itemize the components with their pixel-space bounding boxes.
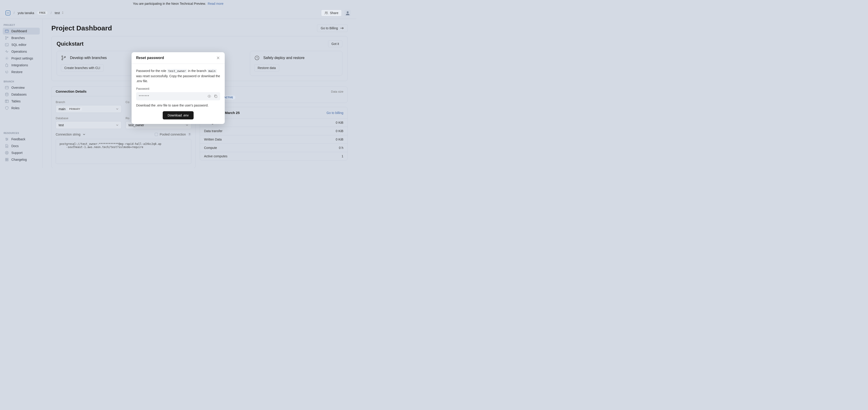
sidebar-item-sql[interactable]: SQL editor xyxy=(3,41,40,48)
sidebar-item-label: Docs xyxy=(11,144,19,148)
close-icon[interactable] xyxy=(216,56,220,60)
usage-row: Written Data0 KiB xyxy=(200,135,347,143)
branch-select[interactable]: main PRIMARY xyxy=(56,105,122,113)
eye-icon[interactable] xyxy=(208,95,211,98)
svg-rect-13 xyxy=(5,100,8,103)
svg-rect-30 xyxy=(5,158,7,159)
connection-string-toggle[interactable]: Connection string xyxy=(56,133,86,136)
sidebar-item-overview[interactable]: Overview xyxy=(3,84,40,91)
svg-point-35 xyxy=(62,59,63,60)
sidebar-item-changelog[interactable]: Changelog xyxy=(3,156,40,163)
sidebar-item-label: Project settings xyxy=(11,57,33,60)
svg-point-34 xyxy=(62,56,63,57)
sidebar-item-operations[interactable]: Operations xyxy=(3,48,40,55)
avatar[interactable] xyxy=(344,10,351,16)
quickstart-tile-label: Safely deploy and restore xyxy=(264,56,305,60)
chevron-down-icon xyxy=(116,108,119,110)
help-icon[interactable]: ? xyxy=(188,133,191,136)
gear-icon xyxy=(5,57,9,60)
sidebar-item-label: Dashboard xyxy=(11,29,27,33)
terminal-icon xyxy=(5,43,9,46)
project-switcher-icon[interactable] xyxy=(62,11,64,14)
svg-point-19 xyxy=(6,138,7,139)
sidebar-section-branch: BRANCH xyxy=(3,80,40,84)
pooled-label: Pooled connection xyxy=(160,133,186,136)
sidebar-item-label: Roles xyxy=(11,106,20,110)
puzzle-icon xyxy=(5,63,9,67)
svg-point-1 xyxy=(326,11,327,12)
sliders-icon xyxy=(5,137,9,141)
svg-point-0 xyxy=(325,11,326,12)
sidebar-item-label: Changelog xyxy=(11,158,27,162)
sidebar-item-label: Feedback xyxy=(11,137,25,141)
sidebar-item-label: Databases xyxy=(11,93,27,96)
modal-role-code: test_owner xyxy=(167,69,187,73)
svg-line-26 xyxy=(6,152,6,152)
download-text: Download the .env file to save the user'… xyxy=(136,104,220,107)
usage-value: 0 h xyxy=(339,146,343,149)
lifebuoy-icon xyxy=(5,151,9,155)
sidebar-section-resources: RESOURCES xyxy=(3,132,40,136)
svg-line-29 xyxy=(7,153,8,154)
banner-link[interactable]: Read more xyxy=(208,2,223,5)
chevron-down-icon xyxy=(116,124,119,126)
sidebar-item-restore[interactable]: Restore xyxy=(3,69,40,75)
tier-badge: FREE xyxy=(37,11,48,14)
billing-label: Go to Billing xyxy=(321,26,338,30)
modal-text: Password for the role test_owner in the … xyxy=(136,68,220,84)
svg-point-6 xyxy=(5,39,6,39)
go-to-billing-button[interactable]: Go to Billing xyxy=(317,24,348,32)
pooled-checkbox[interactable] xyxy=(155,133,158,136)
sidebar-item-integrations[interactable]: Integrations xyxy=(3,62,40,69)
sidebar-item-support[interactable]: Support xyxy=(3,149,40,156)
sidebar-item-dashboard[interactable]: Dashboard xyxy=(3,28,40,35)
reset-password-modal: Reset password Password for the role tes… xyxy=(131,52,225,124)
svg-point-5 xyxy=(5,36,6,37)
svg-rect-31 xyxy=(7,158,8,159)
sidebar-item-feedback[interactable]: Feedback xyxy=(3,136,40,143)
sidebar-item-branches[interactable]: Branches xyxy=(3,35,40,41)
sidebar-item-docs[interactable]: Docs xyxy=(3,143,40,149)
restore-data-button[interactable]: Restore data xyxy=(254,64,279,71)
database-select[interactable]: test xyxy=(56,121,122,129)
usage-value: 1 xyxy=(342,155,343,158)
gotit-button[interactable]: Got it xyxy=(328,40,342,47)
sidebar-item-roles[interactable]: Roles xyxy=(3,105,40,111)
svg-point-12 xyxy=(5,93,8,94)
go-to-billing-link[interactable]: Go to billing xyxy=(327,111,343,115)
download-env-button[interactable]: Download .env xyxy=(163,111,194,119)
sidebar-item-label: Tables xyxy=(11,99,21,103)
restore-icon xyxy=(5,70,9,74)
sidebar-item-tables[interactable]: Tables xyxy=(3,98,40,105)
create-branches-button[interactable]: Create branches with CLI xyxy=(61,64,104,71)
connection-string-code[interactable]: postgresql://test_owner:************@ep-… xyxy=(56,139,191,164)
sidebar: PROJECT Dashboard Branches SQL editor Op… xyxy=(0,19,43,168)
modal-text-c: was reset successfully. Copy the passwor… xyxy=(136,74,220,83)
modal-text-a: Password for the role xyxy=(136,69,167,73)
history-icon xyxy=(254,55,260,61)
sidebar-item-label: Support xyxy=(11,151,23,155)
modal-text-b: in the branch xyxy=(187,69,207,73)
shield-icon xyxy=(5,106,9,110)
neon-logo-icon[interactable] xyxy=(5,10,10,15)
svg-point-20 xyxy=(7,139,8,140)
svg-rect-10 xyxy=(5,86,8,89)
connstr-label: Connection string xyxy=(56,133,81,136)
branch-label: Branch xyxy=(56,100,122,104)
branch-value: main xyxy=(59,107,65,111)
svg-line-27 xyxy=(7,152,8,152)
usage-value: 0 KiB xyxy=(336,129,343,133)
window-icon xyxy=(5,29,9,33)
usage-label: Active computes xyxy=(204,155,227,158)
usage-value: 0 KiB xyxy=(336,121,343,125)
sidebar-item-databases[interactable]: Databases xyxy=(3,91,40,98)
page-title: Project Dashboard xyxy=(51,24,112,32)
chevron-down-icon xyxy=(186,124,188,126)
sidebar-item-label: Integrations xyxy=(11,63,28,67)
share-button[interactable]: Share xyxy=(321,9,342,16)
breadcrumb-project[interactable]: test xyxy=(55,11,60,15)
svg-rect-3 xyxy=(5,30,8,32)
breadcrumb-user[interactable]: yuta tanaka xyxy=(18,11,34,15)
sidebar-item-settings[interactable]: Project settings xyxy=(3,55,40,62)
copy-icon[interactable] xyxy=(214,95,217,98)
